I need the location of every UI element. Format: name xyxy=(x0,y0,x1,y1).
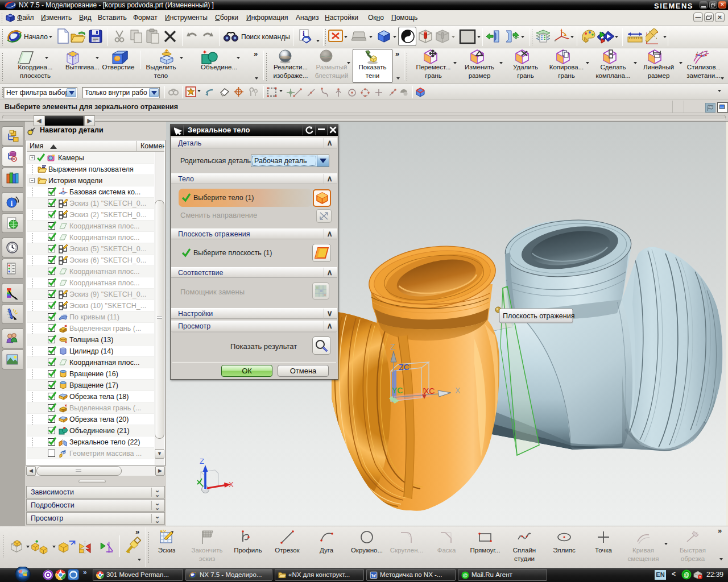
svg-text:@: @ xyxy=(684,572,689,578)
svg-text:W: W xyxy=(371,573,377,579)
svg-text:X: X xyxy=(229,480,234,489)
svg-text:ZC: ZC xyxy=(399,363,410,372)
svg-text:XC: XC xyxy=(424,386,435,396)
svg-text:Z: Z xyxy=(390,342,395,351)
svg-text:X: X xyxy=(455,386,461,395)
svg-text:i: i xyxy=(11,199,13,207)
svg-text:@: @ xyxy=(463,572,468,578)
svg-text:Плоскость отражения: Плоскость отражения xyxy=(503,312,574,320)
svg-text:YC: YC xyxy=(392,386,403,395)
svg-text:Z: Z xyxy=(200,457,204,465)
